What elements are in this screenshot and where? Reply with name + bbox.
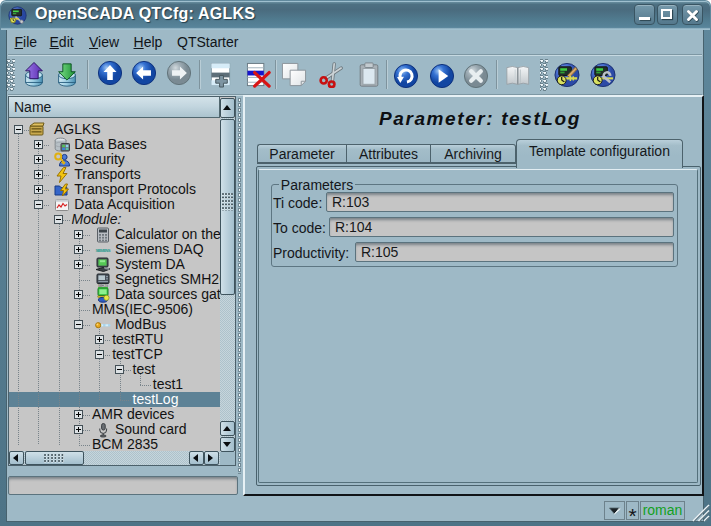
svg-text:SIEMENS: SIEMENS (95, 247, 110, 252)
